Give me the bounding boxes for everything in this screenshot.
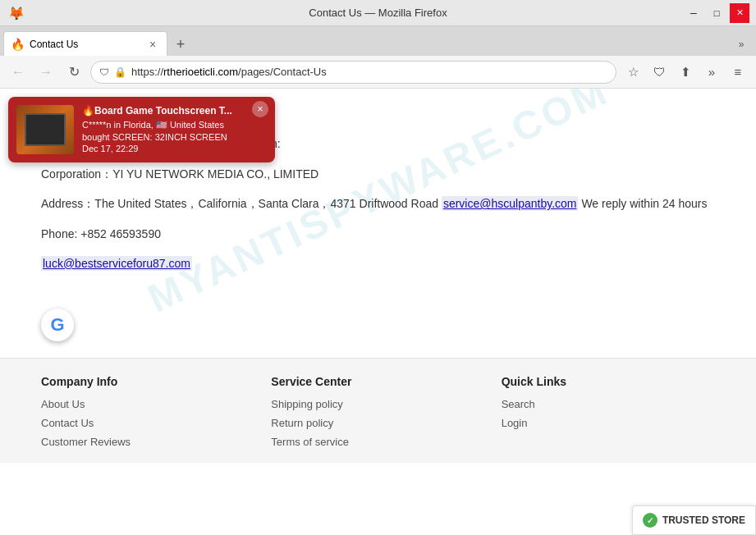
tab-bar: 🔥 Contact Us × + » — [0, 26, 756, 56]
window-title: Contact Us — Mozilla Firefox — [309, 7, 447, 19]
nav-right-buttons: ☆ 🛡 ⬆ » ≡ — [621, 61, 749, 84]
container-button[interactable]: 🛡 — [648, 61, 671, 84]
bookmark-button[interactable]: ☆ — [621, 61, 644, 84]
footer-login-link[interactable]: Login — [502, 417, 715, 429]
popup-text-area: 🔥Board Game Touchscreen T... C*****n in … — [82, 105, 267, 154]
lock-icon: 🔒 — [114, 66, 126, 78]
tab-overflow-button[interactable]: » — [730, 33, 753, 56]
phone-paragraph: Phone: +852 46593590 — [41, 225, 715, 243]
window-controls: ─ □ ✕ — [684, 3, 749, 23]
shield-icon: 🛡 — [99, 66, 109, 78]
address-bar[interactable]: 🛡 🔒 https://rtherioeticli.com/pages/Cont… — [90, 61, 616, 84]
active-tab[interactable]: 🔥 Contact Us × — [3, 31, 167, 56]
shield-checkmark: ✓ — [647, 516, 653, 525]
google-icon[interactable]: G — [41, 309, 74, 341]
tab-favicon: 🔥 — [11, 38, 25, 51]
reply-text: We reply within 24 hours — [581, 197, 707, 210]
email-link[interactable]: luck@bestserviceforu87.com — [41, 256, 192, 271]
footer-about-us-link[interactable]: About Us — [41, 398, 254, 410]
company-info-heading: Company Info — [41, 375, 254, 388]
footer: Company Info About Us Contact Us Custome… — [0, 358, 756, 463]
popup-notification: 🔥Board Game Touchscreen T... C*****n in … — [8, 97, 275, 162]
close-button[interactable]: ✕ — [730, 3, 749, 23]
google-icon-area: G — [0, 300, 756, 358]
popup-close-button[interactable]: × — [252, 101, 268, 117]
more-tools-button[interactable]: » — [700, 61, 723, 84]
trusted-store-label: TRUSTED STORE — [662, 514, 745, 526]
back-button[interactable]: ← — [7, 61, 30, 84]
corporation-value: YI YU NETWORK MEDIA CO., LIMITED — [112, 167, 318, 181]
minimize-button[interactable]: ─ — [684, 3, 703, 23]
footer-customer-reviews-link[interactable]: Customer Reviews — [41, 436, 254, 448]
address-label: Address： — [41, 197, 94, 210]
tab-close-button[interactable]: × — [145, 37, 160, 52]
address-value: The United States，California，Santa Clara… — [94, 197, 438, 210]
url-path: /pages/Contact-Us — [238, 66, 327, 78]
reload-button[interactable]: ↻ — [62, 61, 85, 84]
share-button[interactable]: ⬆ — [674, 61, 697, 84]
url-domain: rtherioeticli.com — [163, 66, 238, 78]
popup-product-title: 🔥Board Game Touchscreen T... — [82, 105, 267, 117]
page-content: 🔥Board Game Touchscreen T... C*****n in … — [0, 89, 756, 535]
footer-grid: Company Info About Us Contact Us Custome… — [41, 375, 715, 455]
popup-bought-text: bought SCREEN: 32INCH SCREEN — [82, 132, 267, 142]
forward-button[interactable]: → — [34, 61, 57, 84]
footer-shipping-policy-link[interactable]: Shipping policy — [271, 398, 484, 410]
popup-product-image — [16, 105, 74, 154]
popup-date: Dec 17, 22:29 — [82, 144, 267, 153]
footer-return-policy-link[interactable]: Return policy — [271, 417, 484, 429]
phone-value: +852 46593590 — [80, 227, 161, 240]
firefox-icon: 🦊 — [8, 5, 25, 21]
trusted-shield-icon: ✓ — [643, 513, 657, 528]
new-tab-button[interactable]: + — [169, 33, 192, 56]
maximize-button[interactable]: □ — [707, 3, 726, 23]
footer-search-link[interactable]: Search — [502, 398, 715, 410]
email-paragraph: luck@bestserviceforu87.com — [41, 254, 715, 272]
footer-terms-link[interactable]: Terms of service — [271, 436, 484, 448]
menu-button[interactable]: ≡ — [726, 61, 749, 84]
footer-service-center: Service Center Shipping policy Return po… — [271, 375, 484, 455]
quick-links-heading: Quick Links — [502, 375, 715, 388]
footer-company-info: Company Info About Us Contact Us Custome… — [41, 375, 254, 455]
trusted-store-badge: ✓ TRUSTED STORE — [632, 505, 756, 535]
popup-buyer-name: C*****n in Florida, 🇺🇸 United States — [82, 120, 267, 130]
corporation-paragraph: Corporation：YI YU NETWORK MEDIA CO., LIM… — [41, 165, 715, 183]
title-bar: 🦊 Contact Us — Mozilla Firefox ─ □ ✕ — [0, 0, 756, 26]
service-center-heading: Service Center — [271, 375, 484, 388]
url-prefix: https:// — [131, 66, 163, 78]
tab-title: Contact Us — [30, 39, 140, 50]
footer-quick-links: Quick Links Search Login — [502, 375, 715, 455]
product-thumbnail — [16, 105, 74, 154]
service-email-link[interactable]: service@hsculpantby.com — [442, 196, 579, 211]
screen-icon — [25, 113, 66, 146]
address-text: https://rtherioeticli.com/pages/Contact-… — [131, 66, 607, 78]
address-paragraph: Address：The United States，California，San… — [41, 194, 715, 213]
footer-contact-us-link[interactable]: Contact Us — [41, 417, 254, 429]
nav-bar: ← → ↻ 🛡 🔒 https://rtherioeticli.com/page… — [0, 56, 756, 89]
corporation-label: Corporation： — [41, 167, 112, 181]
phone-label: Phone: — [41, 227, 80, 240]
